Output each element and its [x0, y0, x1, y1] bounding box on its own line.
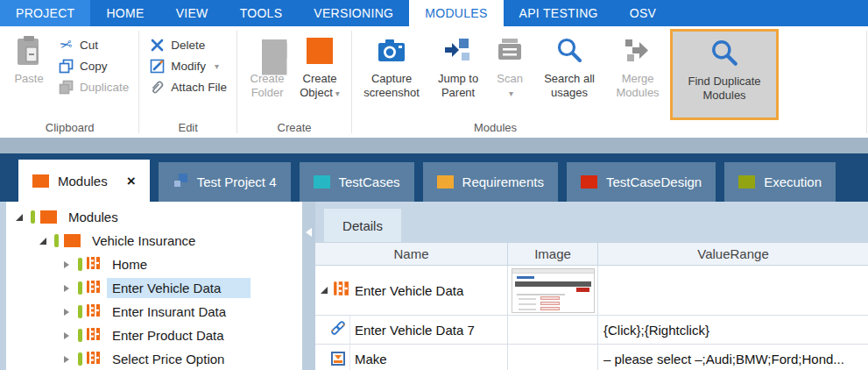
- folder-icon: [314, 175, 330, 189]
- doc-tab-testcases[interactable]: TestCases: [300, 162, 414, 202]
- module-icon: [86, 256, 101, 273]
- table-header: Name Image ValueRange: [315, 242, 868, 266]
- combobox-icon: [331, 352, 345, 366]
- expander-closed-icon[interactable]: [60, 309, 73, 316]
- modify-button[interactable]: Modify ▾: [144, 55, 232, 76]
- folder-icon: [64, 234, 81, 247]
- checkout-badge: [78, 258, 82, 271]
- cut-button[interactable]: ✂ Cut: [53, 34, 134, 55]
- table-row[interactable]: Enter Vehicle Data 7 {Click};{Rightclick…: [315, 316, 868, 345]
- project-icon: [173, 173, 188, 191]
- menu-view[interactable]: VIEW: [160, 0, 224, 26]
- details-panel: Details Name Image ValueRange: [315, 202, 868, 370]
- table-body: Enter Vehicle Data: [315, 266, 868, 370]
- search-all-usages-button[interactable]: Search all usages: [533, 28, 605, 100]
- tree-item-enter-insurant-data[interactable]: Enter Insurant Data: [6, 300, 302, 324]
- merge-modules-icon: [624, 32, 652, 69]
- folder-icon: [257, 32, 279, 69]
- capture-screenshot-button[interactable]: Capture screenshot: [356, 28, 427, 100]
- folder-icon: [32, 174, 49, 188]
- details-tab-strip: Details: [315, 202, 868, 242]
- panel-splitter[interactable]: [302, 202, 315, 370]
- jump-to-parent-button[interactable]: Jump to Parent: [430, 28, 486, 100]
- folder-icon: [738, 175, 755, 189]
- cell-name: Enter Vehicle Data: [350, 266, 508, 315]
- column-header-image[interactable]: Image: [508, 243, 598, 265]
- duplicate-icon: [58, 79, 74, 95]
- close-icon[interactable]: ×: [127, 174, 136, 189]
- tree-item-select-price-option[interactable]: Select Price Option: [6, 347, 302, 370]
- doc-tab-modules[interactable]: Modules ×: [18, 160, 150, 202]
- expander-closed-icon[interactable]: [60, 261, 73, 268]
- ribbon-bottom-band: [0, 138, 868, 153]
- ribbon: Paste ✂ Cut Copy: [0, 26, 868, 138]
- copy-button[interactable]: Copy: [53, 55, 134, 76]
- collapse-left-icon[interactable]: [306, 228, 312, 237]
- paste-button: Paste: [5, 28, 53, 86]
- menu-home[interactable]: HOME: [90, 0, 159, 26]
- main-content: Modules Vehicle Insurance Home: [0, 202, 868, 370]
- menu-project[interactable]: PROJECT: [0, 0, 90, 26]
- tree-item-modules[interactable]: Modules: [6, 205, 302, 229]
- menu-modules[interactable]: MODULES: [409, 0, 503, 26]
- create-folder-button: Create Folder: [242, 28, 293, 100]
- expander-open-icon[interactable]: [318, 287, 330, 294]
- module-screenshot-thumbnail[interactable]: [512, 268, 595, 313]
- cut-icon: ✂: [58, 37, 74, 53]
- copy-icon: [58, 58, 74, 74]
- tree-item-enter-vehicle-data[interactable]: Enter Vehicle Data: [6, 276, 302, 300]
- doc-tab-requirements[interactable]: Requirements: [423, 162, 558, 202]
- ribbon-group-clipboard: Paste ✂ Cut Copy: [2, 26, 138, 138]
- table-row[interactable]: Make – please select –;Audi;BMW;Ford;Hon…: [315, 345, 868, 370]
- tab-details[interactable]: Details: [324, 209, 401, 242]
- expander-open-icon[interactable]: [13, 214, 25, 221]
- attach-file-button[interactable]: Attach File: [144, 76, 232, 97]
- find-duplicate-modules-button[interactable]: Find Duplicate Modules: [670, 29, 779, 120]
- create-object-button[interactable]: Create Object▾: [293, 28, 347, 101]
- cell-valuerange: [598, 266, 868, 315]
- table-row[interactable]: Enter Vehicle Data: [315, 266, 868, 316]
- doc-tab-execution[interactable]: Execution: [724, 162, 836, 202]
- checkout-badge: [78, 281, 82, 295]
- ribbon-group-create: Create Folder Create Object▾ Create: [238, 26, 350, 138]
- cell-valuerange: {Click};{Rightclick}: [598, 316, 868, 344]
- expander-open-icon[interactable]: [37, 238, 49, 245]
- module-icon: [333, 281, 349, 300]
- modify-dropdown-icon[interactable]: ▾: [215, 61, 219, 71]
- tree-item-enter-product-data[interactable]: Enter Product Data: [6, 324, 302, 347]
- group-label-modules: Modules: [356, 120, 862, 138]
- doc-tab-test-project-4[interactable]: Test Project 4: [159, 162, 291, 202]
- delete-icon: [149, 37, 165, 53]
- expander-closed-icon[interactable]: [60, 356, 73, 363]
- modify-icon: [149, 58, 165, 74]
- duplicate-button: Duplicate: [53, 76, 134, 97]
- document-tab-bar: Modules × Test Project 4 TestCases Requi…: [0, 153, 868, 202]
- folder-icon: [40, 210, 57, 224]
- menu-api-testing[interactable]: API TESTING: [504, 0, 614, 26]
- menu-tools[interactable]: TOOLS: [224, 0, 299, 26]
- group-label-create: Create: [242, 120, 347, 138]
- module-tree: Modules Vehicle Insurance Home: [0, 202, 302, 370]
- create-object-dropdown-icon[interactable]: ▾: [335, 89, 340, 98]
- menu-osv[interactable]: OSV: [614, 0, 672, 26]
- tree-item-vehicle-insurance[interactable]: Vehicle Insurance: [6, 229, 302, 253]
- ribbon-separator: [866, 31, 867, 133]
- module-icon: [86, 327, 101, 344]
- delete-button[interactable]: Delete: [144, 34, 232, 55]
- expander-closed-icon[interactable]: [60, 332, 73, 339]
- expander-closed-icon[interactable]: [60, 285, 73, 292]
- tree-item-home[interactable]: Home: [6, 253, 302, 276]
- ribbon-separator: [351, 31, 352, 133]
- ribbon-separator: [236, 31, 237, 133]
- checkout-badge: [54, 234, 59, 247]
- ribbon-group-modules: Capture screenshot Jump to Parent: [353, 26, 865, 138]
- column-header-name[interactable]: Name: [315, 243, 508, 265]
- search-icon: [555, 32, 583, 69]
- scanner-icon: [496, 32, 524, 69]
- column-header-valuerange[interactable]: ValueRange: [598, 243, 868, 265]
- cell-valuerange: – please select –;Audi;BMW;Ford;Hond...: [598, 345, 868, 370]
- ribbon-group-edit: Delete Modify ▾: [140, 26, 236, 138]
- checkout-badge: [78, 305, 82, 318]
- menu-versioning[interactable]: VERSIONING: [298, 0, 409, 26]
- doc-tab-testcasedesign[interactable]: TestCaseDesign: [567, 162, 716, 202]
